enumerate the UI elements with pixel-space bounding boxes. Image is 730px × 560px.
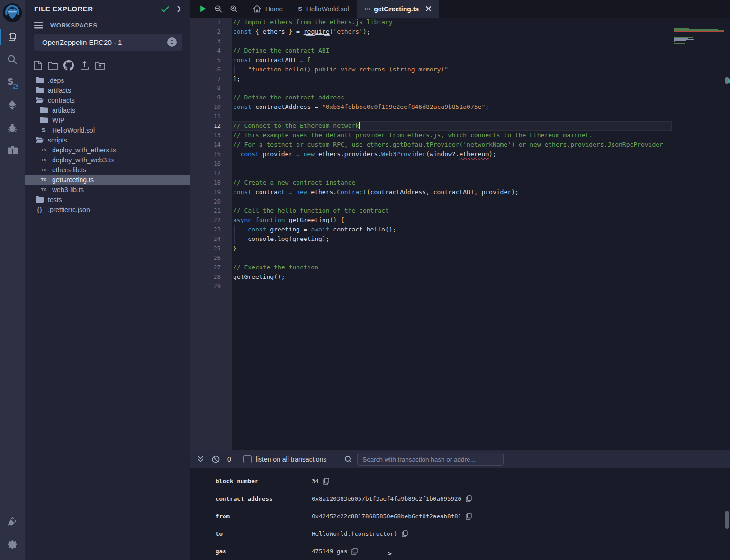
json-braces-icon: { } (36, 206, 44, 213)
github-button[interactable] (63, 60, 74, 71)
code-line-18[interactable]: // Create a new contract instance (232, 178, 672, 187)
remix-ide-window: S FILE EXPLORER WORKSPACES OpenZeppelin … (0, 0, 730, 560)
gear-icon (7, 539, 18, 550)
tree-item--deps[interactable]: .deps (25, 75, 190, 85)
code-line-6[interactable]: "function hello() public view returns (s… (232, 65, 672, 74)
copy-icon[interactable] (402, 530, 408, 537)
line-number: 12 (190, 121, 232, 131)
terminal-search-input[interactable] (357, 453, 504, 466)
workspace-select[interactable]: OpenZeppelin ERC20 - 1 (34, 34, 182, 51)
code-line-13[interactable]: // This example uses the default provide… (232, 131, 672, 140)
code-line-22[interactable]: async function getGreeting() { (232, 215, 672, 225)
file-explorer-panel: FILE EXPLORER WORKSPACES OpenZeppelin ER… (25, 0, 190, 560)
upload-file-button[interactable] (80, 61, 90, 70)
terminal-prompt[interactable]: > (388, 550, 392, 557)
tab-getgreeting-ts[interactable]: TSgetGreeting.ts (357, 0, 439, 18)
code-line-9[interactable]: // Define the contract address (232, 93, 672, 102)
check-button[interactable] (161, 5, 170, 13)
new-file-button[interactable] (34, 61, 42, 70)
ts-badge-icon: TS (364, 7, 370, 11)
activity-item-remix-logo[interactable] (0, 0, 25, 26)
tab-home[interactable]: Home (245, 0, 290, 18)
tree-item-label: getGreeting.ts (52, 176, 94, 184)
tree-item-ethers-lib-ts[interactable]: TSethers-lib.ts (25, 165, 190, 175)
code-line-11[interactable] (232, 112, 672, 121)
code-line-15[interactable]: const provider = new ethers.providers.We… (232, 150, 672, 159)
code-line-5[interactable]: const contractABI = [ (232, 55, 672, 65)
tree-item-contracts[interactable]: contracts (25, 95, 190, 105)
tree-item-deploy-with-web3-ts[interactable]: TSdeploy_with_web3.ts (25, 155, 190, 165)
new-folder-button[interactable] (48, 61, 58, 70)
code-line-16[interactable] (232, 159, 672, 169)
code-line-19[interactable]: const contract = new ethers.Contract(con… (232, 187, 672, 197)
zoom-in-button[interactable] (230, 5, 238, 13)
terminal-scrollbar-thumb[interactable] (725, 511, 729, 529)
line-number: 13 (190, 131, 232, 140)
listen-transactions-checkbox[interactable] (243, 455, 252, 463)
svg-text:S: S (7, 76, 14, 87)
copy-icon[interactable] (466, 513, 472, 520)
ban-button[interactable] (212, 455, 220, 463)
play-button[interactable] (199, 5, 207, 13)
code-line-26[interactable] (232, 253, 672, 263)
code-line-10[interactable]: const contractAddress = "0xb54febb5c0c0f… (232, 102, 672, 112)
zoom-out-button[interactable] (214, 5, 223, 13)
minimap[interactable] (672, 18, 724, 450)
code-area[interactable]: // Import ethers from the ethers.js libr… (232, 18, 672, 450)
code-line-12[interactable]: // Connect to the Ethereum network (232, 121, 672, 131)
copy-icon[interactable] (466, 495, 472, 502)
deploy-run-icon (7, 99, 18, 111)
activity-item-debugger[interactable] (0, 116, 25, 139)
activity-item-plug[interactable] (0, 510, 25, 533)
copy-icon[interactable] (323, 478, 329, 485)
code-line-24[interactable]: console.log(greeting); (232, 234, 672, 244)
code-line-28[interactable]: getGreeting(); (232, 272, 672, 282)
code-line-21[interactable]: // Call the hello function of the contra… (232, 206, 672, 215)
code-line-29[interactable] (232, 282, 672, 291)
code-line-25[interactable]: } (232, 244, 672, 253)
tab-helloworld-sol[interactable]: SHelloWorld.sol (290, 0, 356, 18)
tree-item-getgreeting-ts[interactable]: TSgetGreeting.ts (25, 175, 190, 185)
chevron-double-down-button[interactable] (197, 455, 204, 463)
chevron-right-button[interactable] (176, 5, 182, 13)
code-line-2[interactable]: const { ethers } = require('ethers'); (232, 27, 672, 36)
tree-item-tests[interactable]: tests (25, 195, 190, 204)
tree-item-artifacts[interactable]: artifacts (25, 85, 190, 95)
ts-badge-icon: TS (40, 158, 48, 162)
line-number: 3 (190, 36, 232, 46)
activity-item-files[interactable] (0, 26, 25, 48)
terminal-row-gas: gas475149 gas (190, 542, 730, 560)
tree-item-wip[interactable]: WIP (25, 115, 190, 125)
code-editor[interactable]: 1234567891011121314151617181920212223242… (190, 18, 730, 450)
code-line-23[interactable]: const greeting = await contract.hello(); (232, 225, 672, 234)
code-line-7[interactable]: ]; (232, 74, 672, 84)
tree-item-artifacts[interactable]: artifacts (25, 105, 190, 115)
activity-item-gear[interactable] (0, 533, 25, 555)
activity-item-book[interactable] (0, 139, 25, 162)
folder-icon (40, 107, 48, 113)
code-line-8[interactable] (232, 83, 672, 93)
line-number: 28 (190, 272, 232, 282)
tree-item-web3-lib-ts[interactable]: TSweb3-lib.ts (25, 185, 190, 195)
activity-item-solidity-compiler[interactable]: S (0, 71, 25, 94)
code-line-27[interactable]: // Execute the function (232, 263, 672, 272)
tree-item-deploy-with-ethers-ts[interactable]: TSdeploy_with_ethers.ts (25, 145, 190, 155)
code-line-17[interactable] (232, 169, 672, 178)
tree-item-scripts[interactable]: scripts (25, 135, 190, 145)
code-line-3[interactable] (232, 36, 672, 46)
copy-icon[interactable] (351, 548, 358, 555)
code-line-20[interactable] (232, 197, 672, 206)
remix-logo-icon (2, 3, 22, 23)
code-line-14[interactable]: // For a testnet or custom RPC, use ethe… (232, 140, 672, 150)
tree-item--prettierrc-json[interactable]: { }.prettierrc.json (25, 204, 190, 214)
tree-item-label: deploy_with_web3.ts (52, 156, 114, 164)
activity-item-deploy-run[interactable] (0, 94, 25, 116)
upload-folder-button[interactable] (95, 61, 105, 70)
code-line-4[interactable]: // Define the contract ABI (232, 46, 672, 55)
terminal-row-key: contract address (216, 495, 312, 502)
hamburger-icon[interactable] (34, 22, 43, 29)
code-line-1[interactable]: // Import ethers from the ethers.js libr… (232, 18, 672, 27)
close-tab-button[interactable] (425, 6, 432, 12)
activity-item-search[interactable] (0, 48, 25, 71)
tree-item-helloworld-sol[interactable]: SHelloWorld.sol (25, 125, 190, 135)
